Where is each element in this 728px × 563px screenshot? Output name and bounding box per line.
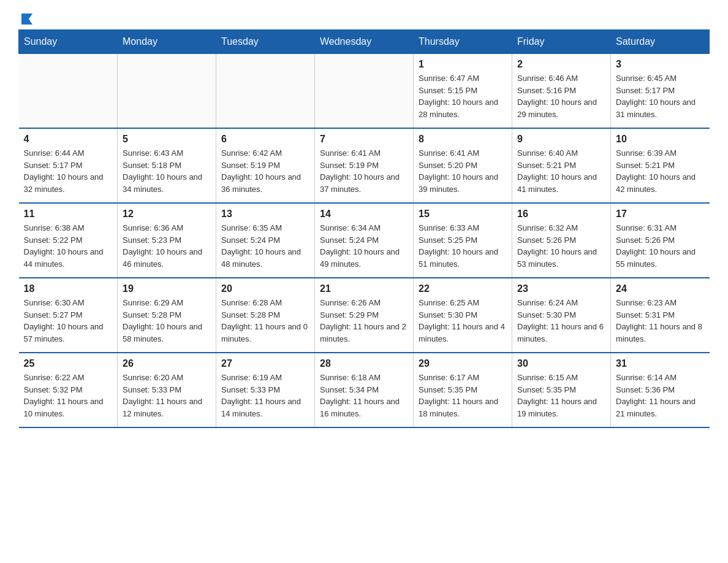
day-info: Sunrise: 6:41 AMSunset: 5:19 PMDaylight:… xyxy=(320,147,408,195)
calendar-cell: 26Sunrise: 6:20 AMSunset: 5:33 PMDayligh… xyxy=(118,353,216,427)
day-number: 30 xyxy=(517,358,605,369)
calendar-cell: 12Sunrise: 6:36 AMSunset: 5:23 PMDayligh… xyxy=(118,203,216,278)
day-number: 28 xyxy=(320,358,408,369)
calendar-cell xyxy=(118,54,216,129)
calendar-cell: 18Sunrise: 6:30 AMSunset: 5:27 PMDayligh… xyxy=(19,278,118,353)
calendar-cell: 3Sunrise: 6:45 AMSunset: 5:17 PMDaylight… xyxy=(611,54,710,129)
calendar-cell: 1Sunrise: 6:47 AMSunset: 5:15 PMDaylight… xyxy=(414,54,512,129)
day-info: Sunrise: 6:36 AMSunset: 5:23 PMDaylight:… xyxy=(123,222,211,270)
day-info: Sunrise: 6:47 AMSunset: 5:15 PMDaylight:… xyxy=(419,72,507,120)
day-info: Sunrise: 6:33 AMSunset: 5:25 PMDaylight:… xyxy=(419,222,507,270)
calendar-cell: 23Sunrise: 6:24 AMSunset: 5:30 PMDayligh… xyxy=(512,278,611,353)
week-row-5: 25Sunrise: 6:22 AMSunset: 5:32 PMDayligh… xyxy=(19,353,710,427)
day-info: Sunrise: 6:39 AMSunset: 5:21 PMDaylight:… xyxy=(616,147,705,195)
calendar-cell: 2Sunrise: 6:46 AMSunset: 5:16 PMDaylight… xyxy=(512,54,611,129)
header-row: SundayMondayTuesdayWednesdayThursdayFrid… xyxy=(19,30,710,54)
day-number: 5 xyxy=(123,134,211,145)
calendar-cell: 31Sunrise: 6:14 AMSunset: 5:36 PMDayligh… xyxy=(611,353,710,427)
day-info: Sunrise: 6:41 AMSunset: 5:20 PMDaylight:… xyxy=(419,147,507,195)
day-info: Sunrise: 6:18 AMSunset: 5:34 PMDaylight:… xyxy=(320,372,408,419)
calendar-cell xyxy=(315,54,414,129)
calendar-table: SundayMondayTuesdayWednesdayThursdayFrid… xyxy=(18,29,710,428)
day-number: 17 xyxy=(616,209,705,220)
logo-flag-icon xyxy=(20,12,34,26)
day-info: Sunrise: 6:14 AMSunset: 5:36 PMDaylight:… xyxy=(616,372,705,419)
day-info: Sunrise: 6:24 AMSunset: 5:30 PMDaylight:… xyxy=(517,297,605,345)
calendar-cell: 17Sunrise: 6:31 AMSunset: 5:26 PMDayligh… xyxy=(611,203,710,278)
svg-marker-0 xyxy=(21,13,32,25)
calendar-cell: 6Sunrise: 6:42 AMSunset: 5:19 PMDaylight… xyxy=(216,128,315,203)
day-info: Sunrise: 6:40 AMSunset: 5:21 PMDaylight:… xyxy=(517,147,605,195)
day-info: Sunrise: 6:32 AMSunset: 5:26 PMDaylight:… xyxy=(517,222,605,270)
day-number: 31 xyxy=(616,358,705,369)
calendar-cell: 25Sunrise: 6:22 AMSunset: 5:32 PMDayligh… xyxy=(19,353,118,427)
calendar-cell: 10Sunrise: 6:39 AMSunset: 5:21 PMDayligh… xyxy=(611,128,710,203)
day-info: Sunrise: 6:29 AMSunset: 5:28 PMDaylight:… xyxy=(123,297,211,345)
week-row-2: 4Sunrise: 6:44 AMSunset: 5:17 PMDaylight… xyxy=(19,128,710,203)
column-header-saturday: Saturday xyxy=(611,30,710,54)
week-row-1: 1Sunrise: 6:47 AMSunset: 5:15 PMDaylight… xyxy=(19,54,710,129)
day-info: Sunrise: 6:23 AMSunset: 5:31 PMDaylight:… xyxy=(616,297,705,345)
day-number: 27 xyxy=(221,358,309,369)
calendar-cell: 29Sunrise: 6:17 AMSunset: 5:35 PMDayligh… xyxy=(414,353,512,427)
day-number: 16 xyxy=(517,209,605,220)
calendar-cell: 15Sunrise: 6:33 AMSunset: 5:25 PMDayligh… xyxy=(414,203,512,278)
calendar-cell: 27Sunrise: 6:19 AMSunset: 5:33 PMDayligh… xyxy=(216,353,315,427)
calendar-cell: 24Sunrise: 6:23 AMSunset: 5:31 PMDayligh… xyxy=(611,278,710,353)
day-info: Sunrise: 6:30 AMSunset: 5:27 PMDaylight:… xyxy=(24,297,113,345)
day-number: 4 xyxy=(24,134,113,145)
calendar-cell: 20Sunrise: 6:28 AMSunset: 5:28 PMDayligh… xyxy=(216,278,315,353)
day-number: 24 xyxy=(616,283,705,294)
column-header-friday: Friday xyxy=(512,30,611,54)
day-info: Sunrise: 6:20 AMSunset: 5:33 PMDaylight:… xyxy=(123,372,211,419)
day-number: 13 xyxy=(221,209,309,220)
day-info: Sunrise: 6:26 AMSunset: 5:29 PMDaylight:… xyxy=(320,297,408,345)
day-number: 20 xyxy=(221,283,309,294)
calendar-cell: 13Sunrise: 6:35 AMSunset: 5:24 PMDayligh… xyxy=(216,203,315,278)
day-info: Sunrise: 6:15 AMSunset: 5:35 PMDaylight:… xyxy=(517,372,605,419)
column-header-wednesday: Wednesday xyxy=(315,30,414,54)
day-info: Sunrise: 6:38 AMSunset: 5:22 PMDaylight:… xyxy=(24,222,113,270)
day-number: 23 xyxy=(517,283,605,294)
day-info: Sunrise: 6:35 AMSunset: 5:24 PMDaylight:… xyxy=(221,222,309,270)
day-number: 25 xyxy=(24,358,113,369)
day-number: 22 xyxy=(419,283,507,294)
column-header-monday: Monday xyxy=(118,30,216,54)
day-info: Sunrise: 6:42 AMSunset: 5:19 PMDaylight:… xyxy=(221,147,309,195)
day-number: 29 xyxy=(419,358,507,369)
calendar-cell: 21Sunrise: 6:26 AMSunset: 5:29 PMDayligh… xyxy=(315,278,414,353)
day-info: Sunrise: 6:17 AMSunset: 5:35 PMDaylight:… xyxy=(419,372,507,419)
day-number: 19 xyxy=(123,283,211,294)
calendar-cell: 7Sunrise: 6:41 AMSunset: 5:19 PMDaylight… xyxy=(315,128,414,203)
day-number: 26 xyxy=(123,358,211,369)
page-header xyxy=(18,12,710,23)
day-info: Sunrise: 6:44 AMSunset: 5:17 PMDaylight:… xyxy=(24,147,113,195)
day-info: Sunrise: 6:31 AMSunset: 5:26 PMDaylight:… xyxy=(616,222,705,270)
day-info: Sunrise: 6:28 AMSunset: 5:28 PMDaylight:… xyxy=(221,297,309,345)
calendar-header: SundayMondayTuesdayWednesdayThursdayFrid… xyxy=(19,30,710,54)
calendar-cell: 11Sunrise: 6:38 AMSunset: 5:22 PMDayligh… xyxy=(19,203,118,278)
calendar-cell: 14Sunrise: 6:34 AMSunset: 5:24 PMDayligh… xyxy=(315,203,414,278)
column-header-sunday: Sunday xyxy=(19,30,118,54)
calendar-cell: 19Sunrise: 6:29 AMSunset: 5:28 PMDayligh… xyxy=(118,278,216,353)
calendar-cell: 30Sunrise: 6:15 AMSunset: 5:35 PMDayligh… xyxy=(512,353,611,427)
day-number: 2 xyxy=(517,59,605,70)
calendar-cell: 16Sunrise: 6:32 AMSunset: 5:26 PMDayligh… xyxy=(512,203,611,278)
day-number: 14 xyxy=(320,209,408,220)
column-header-tuesday: Tuesday xyxy=(216,30,315,54)
logo xyxy=(18,12,34,23)
day-number: 3 xyxy=(616,59,705,70)
day-number: 11 xyxy=(24,209,113,220)
day-number: 15 xyxy=(419,209,507,220)
column-header-thursday: Thursday xyxy=(414,30,512,54)
day-number: 10 xyxy=(616,134,705,145)
day-info: Sunrise: 6:19 AMSunset: 5:33 PMDaylight:… xyxy=(221,372,309,419)
day-number: 9 xyxy=(517,134,605,145)
week-row-4: 18Sunrise: 6:30 AMSunset: 5:27 PMDayligh… xyxy=(19,278,710,353)
calendar-cell: 22Sunrise: 6:25 AMSunset: 5:30 PMDayligh… xyxy=(414,278,512,353)
day-info: Sunrise: 6:34 AMSunset: 5:24 PMDaylight:… xyxy=(320,222,408,270)
calendar-cell: 8Sunrise: 6:41 AMSunset: 5:20 PMDaylight… xyxy=(414,128,512,203)
day-info: Sunrise: 6:46 AMSunset: 5:16 PMDaylight:… xyxy=(517,72,605,120)
calendar-cell xyxy=(216,54,315,129)
calendar-body: 1Sunrise: 6:47 AMSunset: 5:15 PMDaylight… xyxy=(19,54,710,428)
